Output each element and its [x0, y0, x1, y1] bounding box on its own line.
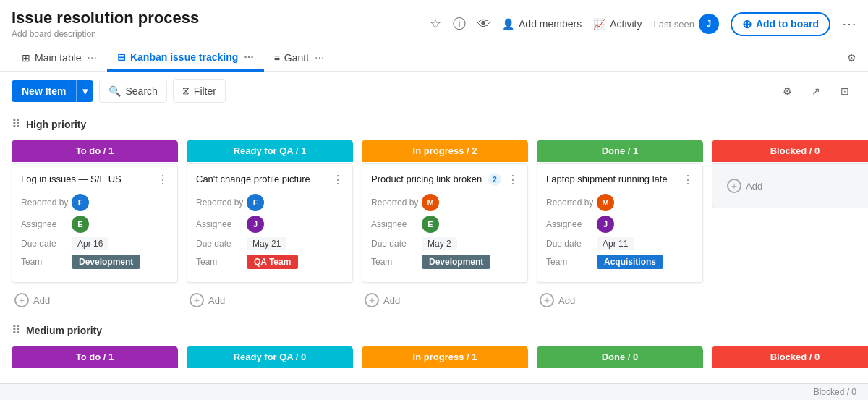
- new-item-label[interactable]: New Item: [12, 80, 76, 102]
- expand-icon[interactable]: ⊡: [833, 80, 856, 103]
- team-field: Team QA Team: [196, 255, 344, 269]
- assignee-avatar: E: [72, 216, 89, 233]
- tab-gantt[interactable]: ≡ Gantt ···: [264, 46, 335, 72]
- filter-icon: ⧖: [182, 85, 190, 97]
- due-date-label: Due date: [371, 239, 422, 249]
- settings-icon[interactable]: ⚙: [847, 52, 856, 64]
- board-description[interactable]: Add board description: [12, 29, 199, 39]
- tab-kanban-dots[interactable]: ···: [244, 51, 253, 64]
- column-done-medium: Done / 0: [537, 346, 703, 370]
- priority-section-medium: ⠿ Medium priority To do / 1 Ready for QA…: [12, 323, 856, 370]
- kanban-board: ⠿ High priority To do / 1 Log in issues …: [0, 110, 868, 388]
- assignee-avatar: J: [247, 216, 264, 233]
- add-card-blocked[interactable]: + Add: [721, 173, 868, 199]
- due-date-label: Due date: [196, 239, 247, 249]
- reported-by-label: Reported by: [371, 197, 422, 208]
- assignee-label: Assignee: [371, 219, 422, 229]
- activity-btn[interactable]: 📈 Activity: [593, 18, 642, 30]
- team-label: Team: [196, 257, 247, 267]
- card-title: Product pricing link broken: [371, 173, 488, 186]
- search-btn[interactable]: 🔍 Search: [99, 80, 166, 103]
- add-members-btn[interactable]: 👤 Add members: [502, 18, 582, 30]
- add-card-done[interactable]: + Add: [537, 289, 703, 312]
- column-todo-medium: To do / 1: [12, 346, 178, 370]
- toolbar-right: ⚙ ↗ ⊡: [775, 80, 856, 103]
- due-date-field: Due date Apr 16: [21, 237, 169, 250]
- new-item-dropdown-arrow[interactable]: ▾: [76, 80, 93, 102]
- reporter-avatar: M: [597, 194, 614, 211]
- page-header: Issue resolution process Add board descr…: [0, 0, 868, 39]
- add-card-ready[interactable]: + Add: [187, 289, 353, 312]
- status-bar: Blocked / 0: [0, 383, 868, 394]
- team-value[interactable]: Development: [422, 255, 490, 269]
- filter-btn[interactable]: ⧖ Filter: [173, 79, 226, 103]
- assignee-field: Assignee J: [196, 216, 344, 233]
- priority-label-high: High priority: [26, 119, 86, 130]
- due-date-value[interactable]: Apr 11: [597, 237, 634, 250]
- column-ready: Ready for QA / 1 Can't change profile pi…: [187, 140, 353, 312]
- column-header-done-medium: Done / 0: [537, 346, 703, 368]
- people-icon: 👤: [502, 18, 514, 30]
- column-inprogress-medium: In progress / 1: [362, 346, 528, 370]
- tab-kanban[interactable]: ⊟ Kanban issue tracking ···: [107, 45, 264, 72]
- add-circle-icon: +: [540, 293, 554, 307]
- card-title-row: Can't change profile picture ⋮: [196, 173, 344, 187]
- priority-header-high[interactable]: ⠿ High priority: [12, 117, 856, 131]
- star-icon[interactable]: ☆: [430, 16, 441, 32]
- add-circle-icon: +: [14, 293, 29, 307]
- card-menu-icon[interactable]: ⋮: [682, 173, 694, 187]
- column-blocked-medium: Blocked / 0: [712, 346, 868, 370]
- tab-main-table[interactable]: ⊞ Main table ···: [12, 46, 107, 72]
- tab-main-dots[interactable]: ···: [88, 51, 97, 64]
- add-to-board-btn[interactable]: ⊕ Add to board: [731, 12, 830, 36]
- kanban-icon: ⊟: [117, 51, 126, 63]
- reporter-avatar: M: [422, 194, 439, 211]
- column-header-todo: To do / 1: [12, 140, 178, 162]
- card-laptop-shipment: Laptop shipment running late ⋮ Reported …: [537, 163, 703, 283]
- table-icon: ⊞: [22, 52, 30, 64]
- activity-icon: 📈: [593, 18, 605, 30]
- assignee-label: Assignee: [21, 219, 72, 229]
- column-ready-medium: Ready for QA / 0: [187, 346, 353, 370]
- assignee-avatar: E: [422, 216, 439, 233]
- assignee-label: Assignee: [546, 219, 597, 229]
- assignee-field: Assignee E: [371, 216, 519, 233]
- more-options-icon[interactable]: ⋯: [842, 15, 856, 33]
- header-left: Issue resolution process Add board descr…: [12, 9, 199, 39]
- assignee-field: Assignee J: [546, 216, 694, 233]
- team-value[interactable]: Development: [72, 255, 140, 269]
- due-date-value[interactable]: May 2: [422, 237, 457, 250]
- team-label: Team: [21, 257, 72, 267]
- card-menu-icon[interactable]: ⋮: [157, 173, 169, 187]
- due-date-label: Due date: [546, 239, 597, 249]
- collapse-icon[interactable]: ↗: [804, 80, 827, 103]
- team-value[interactable]: QA Team: [247, 255, 298, 269]
- new-item-btn[interactable]: New Item ▾: [12, 80, 93, 102]
- add-card-inprogress[interactable]: + Add: [362, 289, 528, 312]
- card-profile-picture: Can't change profile picture ⋮ Reported …: [187, 163, 353, 283]
- settings-view-icon[interactable]: ⚙: [775, 80, 799, 103]
- reported-by-field: Reported by M: [371, 194, 519, 211]
- reported-by-label: Reported by: [21, 197, 72, 208]
- column-done: Done / 1 Laptop shipment running late ⋮ …: [537, 140, 703, 312]
- reported-by-label: Reported by: [196, 197, 247, 208]
- columns-high: To do / 1 Log in issues — S/E US ⋮ Repor…: [12, 140, 868, 312]
- add-card-todo[interactable]: + Add: [12, 289, 178, 312]
- due-date-value[interactable]: May 21: [247, 237, 286, 250]
- card-title: Log in issues — S/E US: [21, 173, 154, 186]
- eye-icon[interactable]: 👁: [477, 17, 490, 32]
- column-header-done: Done / 1: [537, 140, 703, 162]
- card-menu-icon[interactable]: ⋮: [332, 173, 344, 187]
- team-value[interactable]: Acquisitions: [597, 255, 663, 269]
- priority-header-medium[interactable]: ⠿ Medium priority: [12, 323, 856, 337]
- gantt-icon: ≡: [274, 52, 280, 64]
- column-inprogress: In progress / 2 Product pricing link bro…: [362, 140, 528, 312]
- tab-gantt-dots[interactable]: ···: [315, 51, 324, 64]
- drag-handle-icon: ⠿: [12, 323, 20, 337]
- card-menu-icon[interactable]: ⋮: [507, 173, 519, 187]
- reported-by-label: Reported by: [546, 197, 597, 208]
- info-icon[interactable]: ⓘ: [453, 15, 466, 33]
- add-circle-icon: +: [190, 293, 204, 307]
- header-right: ☆ ⓘ 👁 👤 Add members 📈 Activity Last seen…: [430, 12, 856, 36]
- due-date-value[interactable]: Apr 16: [72, 237, 109, 250]
